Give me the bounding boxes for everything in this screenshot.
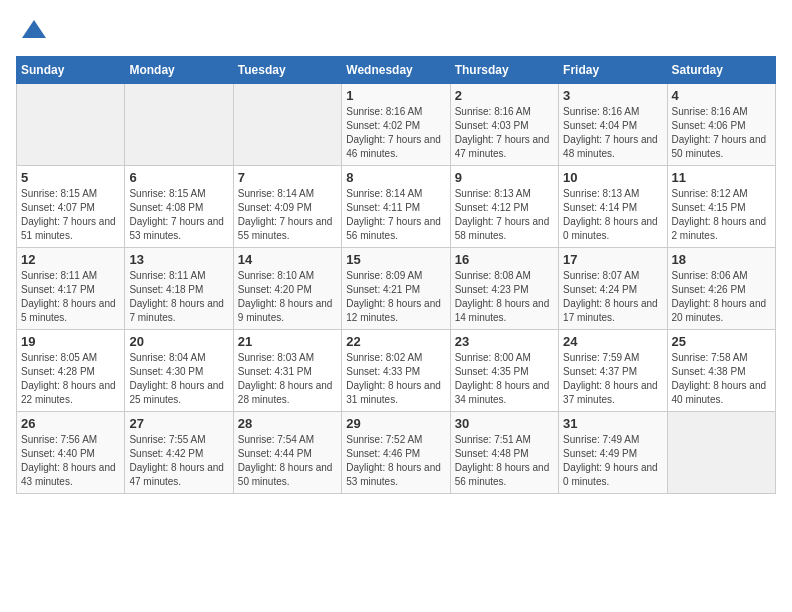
calendar-cell: 19Sunrise: 8:05 AM Sunset: 4:28 PM Dayli…	[17, 330, 125, 412]
day-number: 9	[455, 170, 554, 185]
day-info: Sunrise: 8:13 AM Sunset: 4:14 PM Dayligh…	[563, 187, 662, 243]
calendar-cell: 27Sunrise: 7:55 AM Sunset: 4:42 PM Dayli…	[125, 412, 233, 494]
calendar-cell: 9Sunrise: 8:13 AM Sunset: 4:12 PM Daylig…	[450, 166, 558, 248]
calendar-cell: 14Sunrise: 8:10 AM Sunset: 4:20 PM Dayli…	[233, 248, 341, 330]
day-info: Sunrise: 8:13 AM Sunset: 4:12 PM Dayligh…	[455, 187, 554, 243]
day-number: 22	[346, 334, 445, 349]
day-info: Sunrise: 8:16 AM Sunset: 4:02 PM Dayligh…	[346, 105, 445, 161]
day-number: 24	[563, 334, 662, 349]
day-number: 10	[563, 170, 662, 185]
calendar-cell: 29Sunrise: 7:52 AM Sunset: 4:46 PM Dayli…	[342, 412, 450, 494]
calendar-cell: 24Sunrise: 7:59 AM Sunset: 4:37 PM Dayli…	[559, 330, 667, 412]
day-number: 26	[21, 416, 120, 431]
day-of-week-header: Monday	[125, 57, 233, 84]
calendar-cell: 5Sunrise: 8:15 AM Sunset: 4:07 PM Daylig…	[17, 166, 125, 248]
calendar-cell: 17Sunrise: 8:07 AM Sunset: 4:24 PM Dayli…	[559, 248, 667, 330]
day-number: 25	[672, 334, 771, 349]
calendar-cell: 21Sunrise: 8:03 AM Sunset: 4:31 PM Dayli…	[233, 330, 341, 412]
day-number: 27	[129, 416, 228, 431]
day-number: 16	[455, 252, 554, 267]
day-number: 12	[21, 252, 120, 267]
day-of-week-header: Sunday	[17, 57, 125, 84]
day-info: Sunrise: 7:56 AM Sunset: 4:40 PM Dayligh…	[21, 433, 120, 489]
calendar-cell: 3Sunrise: 8:16 AM Sunset: 4:04 PM Daylig…	[559, 84, 667, 166]
logo	[16, 16, 48, 44]
day-info: Sunrise: 8:04 AM Sunset: 4:30 PM Dayligh…	[129, 351, 228, 407]
calendar-cell	[125, 84, 233, 166]
calendar-cell: 11Sunrise: 8:12 AM Sunset: 4:15 PM Dayli…	[667, 166, 775, 248]
calendar-week-row: 1Sunrise: 8:16 AM Sunset: 4:02 PM Daylig…	[17, 84, 776, 166]
day-of-week-header: Tuesday	[233, 57, 341, 84]
calendar-cell: 16Sunrise: 8:08 AM Sunset: 4:23 PM Dayli…	[450, 248, 558, 330]
calendar-week-row: 12Sunrise: 8:11 AM Sunset: 4:17 PM Dayli…	[17, 248, 776, 330]
day-number: 18	[672, 252, 771, 267]
day-info: Sunrise: 8:02 AM Sunset: 4:33 PM Dayligh…	[346, 351, 445, 407]
day-info: Sunrise: 7:58 AM Sunset: 4:38 PM Dayligh…	[672, 351, 771, 407]
day-info: Sunrise: 7:49 AM Sunset: 4:49 PM Dayligh…	[563, 433, 662, 489]
day-number: 6	[129, 170, 228, 185]
day-info: Sunrise: 7:54 AM Sunset: 4:44 PM Dayligh…	[238, 433, 337, 489]
calendar-cell: 10Sunrise: 8:13 AM Sunset: 4:14 PM Dayli…	[559, 166, 667, 248]
calendar-header-row: SundayMondayTuesdayWednesdayThursdayFrid…	[17, 57, 776, 84]
calendar-cell: 20Sunrise: 8:04 AM Sunset: 4:30 PM Dayli…	[125, 330, 233, 412]
day-number: 17	[563, 252, 662, 267]
day-info: Sunrise: 8:12 AM Sunset: 4:15 PM Dayligh…	[672, 187, 771, 243]
day-info: Sunrise: 8:05 AM Sunset: 4:28 PM Dayligh…	[21, 351, 120, 407]
day-info: Sunrise: 7:51 AM Sunset: 4:48 PM Dayligh…	[455, 433, 554, 489]
day-info: Sunrise: 8:16 AM Sunset: 4:03 PM Dayligh…	[455, 105, 554, 161]
day-info: Sunrise: 8:14 AM Sunset: 4:09 PM Dayligh…	[238, 187, 337, 243]
calendar-cell	[17, 84, 125, 166]
calendar-cell: 8Sunrise: 8:14 AM Sunset: 4:11 PM Daylig…	[342, 166, 450, 248]
calendar-cell: 4Sunrise: 8:16 AM Sunset: 4:06 PM Daylig…	[667, 84, 775, 166]
day-of-week-header: Wednesday	[342, 57, 450, 84]
day-number: 7	[238, 170, 337, 185]
calendar-week-row: 26Sunrise: 7:56 AM Sunset: 4:40 PM Dayli…	[17, 412, 776, 494]
day-number: 8	[346, 170, 445, 185]
day-number: 30	[455, 416, 554, 431]
day-number: 11	[672, 170, 771, 185]
day-info: Sunrise: 8:07 AM Sunset: 4:24 PM Dayligh…	[563, 269, 662, 325]
day-number: 3	[563, 88, 662, 103]
day-number: 28	[238, 416, 337, 431]
day-info: Sunrise: 8:00 AM Sunset: 4:35 PM Dayligh…	[455, 351, 554, 407]
day-number: 14	[238, 252, 337, 267]
calendar-cell: 28Sunrise: 7:54 AM Sunset: 4:44 PM Dayli…	[233, 412, 341, 494]
calendar-cell: 7Sunrise: 8:14 AM Sunset: 4:09 PM Daylig…	[233, 166, 341, 248]
day-number: 5	[21, 170, 120, 185]
svg-marker-0	[22, 20, 46, 38]
day-number: 23	[455, 334, 554, 349]
calendar-cell: 31Sunrise: 7:49 AM Sunset: 4:49 PM Dayli…	[559, 412, 667, 494]
calendar-cell: 1Sunrise: 8:16 AM Sunset: 4:02 PM Daylig…	[342, 84, 450, 166]
day-info: Sunrise: 8:16 AM Sunset: 4:04 PM Dayligh…	[563, 105, 662, 161]
day-info: Sunrise: 8:14 AM Sunset: 4:11 PM Dayligh…	[346, 187, 445, 243]
day-info: Sunrise: 7:52 AM Sunset: 4:46 PM Dayligh…	[346, 433, 445, 489]
day-number: 21	[238, 334, 337, 349]
calendar-cell: 18Sunrise: 8:06 AM Sunset: 4:26 PM Dayli…	[667, 248, 775, 330]
calendar-week-row: 19Sunrise: 8:05 AM Sunset: 4:28 PM Dayli…	[17, 330, 776, 412]
day-of-week-header: Friday	[559, 57, 667, 84]
day-info: Sunrise: 7:59 AM Sunset: 4:37 PM Dayligh…	[563, 351, 662, 407]
calendar-cell: 6Sunrise: 8:15 AM Sunset: 4:08 PM Daylig…	[125, 166, 233, 248]
calendar-cell: 30Sunrise: 7:51 AM Sunset: 4:48 PM Dayli…	[450, 412, 558, 494]
logo-icon	[20, 16, 48, 44]
calendar-cell: 26Sunrise: 7:56 AM Sunset: 4:40 PM Dayli…	[17, 412, 125, 494]
day-number: 29	[346, 416, 445, 431]
day-info: Sunrise: 8:15 AM Sunset: 4:07 PM Dayligh…	[21, 187, 120, 243]
day-info: Sunrise: 8:11 AM Sunset: 4:18 PM Dayligh…	[129, 269, 228, 325]
calendar-cell: 22Sunrise: 8:02 AM Sunset: 4:33 PM Dayli…	[342, 330, 450, 412]
day-number: 1	[346, 88, 445, 103]
page-header	[16, 16, 776, 44]
day-info: Sunrise: 8:16 AM Sunset: 4:06 PM Dayligh…	[672, 105, 771, 161]
day-number: 13	[129, 252, 228, 267]
day-of-week-header: Saturday	[667, 57, 775, 84]
day-info: Sunrise: 7:55 AM Sunset: 4:42 PM Dayligh…	[129, 433, 228, 489]
day-info: Sunrise: 8:15 AM Sunset: 4:08 PM Dayligh…	[129, 187, 228, 243]
calendar-cell: 12Sunrise: 8:11 AM Sunset: 4:17 PM Dayli…	[17, 248, 125, 330]
calendar-table: SundayMondayTuesdayWednesdayThursdayFrid…	[16, 56, 776, 494]
day-number: 2	[455, 88, 554, 103]
calendar-week-row: 5Sunrise: 8:15 AM Sunset: 4:07 PM Daylig…	[17, 166, 776, 248]
day-number: 19	[21, 334, 120, 349]
day-info: Sunrise: 8:08 AM Sunset: 4:23 PM Dayligh…	[455, 269, 554, 325]
calendar-cell: 2Sunrise: 8:16 AM Sunset: 4:03 PM Daylig…	[450, 84, 558, 166]
day-number: 20	[129, 334, 228, 349]
